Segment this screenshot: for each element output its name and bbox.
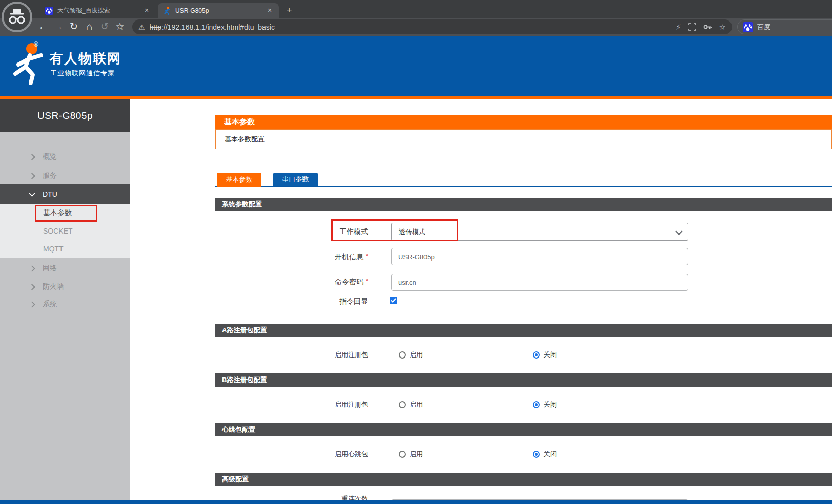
baidu-search-icon <box>743 22 753 32</box>
section-header-heartbeat: 心跳包配置 <box>215 423 832 436</box>
sidebar-item-socket[interactable]: SOCKET <box>0 222 130 240</box>
section-header-reg-a: A路注册包配置 <box>215 324 832 337</box>
reg-a-option-enable[interactable]: 启用 <box>399 350 423 360</box>
sidebar-item-mqtt[interactable]: MQTT <box>0 240 130 258</box>
chevron-right-icon <box>29 265 35 272</box>
chevron-down-icon <box>29 190 35 197</box>
address-bar[interactable]: ⚠ http://192.168.1.1/index.html#dtu_basi… <box>132 19 732 34</box>
required-asterisk: * <box>366 277 368 285</box>
chevron-right-icon <box>29 173 35 179</box>
frame-capture-icon[interactable] <box>688 23 696 31</box>
reg-b-enable-label: 启用注册包 <box>215 400 368 409</box>
sidebar-item-label: 防火墙 <box>43 282 64 291</box>
boot-info-input[interactable] <box>391 248 688 265</box>
radio-off-icon[interactable] <box>399 351 406 359</box>
cmd-password-label: 命令密码* <box>215 278 368 287</box>
sidebar-item-label: 网络 <box>43 264 57 273</box>
brand-name: 有人物联网 <box>50 50 121 68</box>
tab-underline <box>215 186 832 187</box>
tab-title: 天气预报_百度搜索 <box>57 6 143 15</box>
sidebar-item-service[interactable]: 服务 <box>0 169 130 183</box>
incognito-avatar-icon[interactable] <box>2 2 32 32</box>
sidebar-item-overview[interactable]: 概览 <box>0 150 130 164</box>
sidebar-item-dtu[interactable]: DTU <box>0 184 130 204</box>
forward-icon[interactable]: → <box>51 19 66 34</box>
annotation-box-sidebar-basic-params <box>35 205 97 222</box>
page-description: 基本参数配置 <box>215 129 832 149</box>
sidebar-item-label: SOCKET <box>43 227 73 235</box>
baidu-favicon-icon <box>45 7 53 15</box>
back-icon[interactable]: ← <box>36 19 50 34</box>
select-chevron-icon <box>675 227 682 235</box>
sidebar-item-label: MQTT <box>43 245 64 253</box>
section-header-reg-b: B路注册包配置 <box>215 373 832 387</box>
new-tab-button[interactable]: + <box>283 4 295 16</box>
reload-icon[interactable]: ↻ <box>67 19 81 34</box>
tab-close-icon[interactable]: × <box>143 7 151 15</box>
not-secure-warning-icon[interactable]: ⚠ <box>138 23 145 31</box>
key-icon[interactable] <box>703 23 712 31</box>
tab-serial-params[interactable]: 串口参数 <box>273 173 318 186</box>
tab-close-icon[interactable]: × <box>266 7 274 15</box>
usr-favicon-icon <box>163 7 171 15</box>
heartbeat-option-enable[interactable]: 启用 <box>399 450 423 459</box>
heartbeat-enable-label: 启用心跳包 <box>215 450 368 459</box>
usr-logo-icon <box>9 42 48 88</box>
boot-info-label: 开机信息* <box>215 253 368 262</box>
reg-b-option-disable[interactable]: 关闭 <box>533 400 557 409</box>
cmd-password-input[interactable] <box>391 274 688 291</box>
undo-icon[interactable]: ↺ <box>97 19 112 34</box>
heartbeat-option-disable[interactable]: 关闭 <box>533 450 557 459</box>
url-text: http://192.168.1.1/index.html#dtu_basic <box>150 23 669 31</box>
site-header <box>0 36 832 96</box>
reg-b-option-enable[interactable]: 启用 <box>399 400 423 409</box>
radio-on-icon[interactable] <box>533 401 540 408</box>
echo-checkbox[interactable] <box>390 297 397 304</box>
url-scheme: http <box>150 23 161 31</box>
radio-on-icon[interactable] <box>533 351 540 359</box>
required-asterisk: * <box>366 252 368 260</box>
side-search-box[interactable]: 百度 <box>737 19 832 34</box>
tab-basic-params[interactable]: 基本参数 <box>217 173 261 187</box>
section-header-advanced: 高级配置 <box>215 473 832 486</box>
sidebar-device-title: USR-G805p <box>0 99 130 132</box>
sidebar-item-label: DTU <box>43 190 57 198</box>
chevron-right-icon <box>29 284 35 290</box>
radio-off-icon[interactable] <box>399 451 406 458</box>
bottom-accent-bar <box>0 500 832 504</box>
annotation-box-work-mode <box>331 219 458 241</box>
registered-mark: ® <box>34 41 38 48</box>
browser-tab-usr-g805p[interactable]: USR-G805p × <box>158 3 279 18</box>
check-icon <box>391 298 396 303</box>
brand-tagline: 工业物联网通信专家 <box>50 69 115 78</box>
side-search-label: 百度 <box>757 23 770 32</box>
chevron-right-icon <box>29 301 35 308</box>
bookmark-star-icon[interactable]: ☆ <box>113 19 127 34</box>
radio-off-icon[interactable] <box>399 401 406 408</box>
lightning-icon[interactable]: ⚡ <box>676 23 681 32</box>
sidebar-item-firewall[interactable]: 防火墙 <box>0 280 130 294</box>
incognito-glyph <box>7 8 27 26</box>
section-header-system-params: 系统参数配置 <box>215 198 832 211</box>
sidebar-item-system[interactable]: 系统 <box>0 297 130 311</box>
echo-label: 指令回显 <box>215 297 368 306</box>
browser-tab-weather[interactable]: 天气预报_百度搜索 × <box>40 3 156 18</box>
sidebar-item-label: 服务 <box>43 171 57 180</box>
tab-title: USR-G805p <box>175 7 266 14</box>
sidebar-item-network[interactable]: 网络 <box>0 261 130 276</box>
star-icon[interactable]: ☆ <box>719 23 726 32</box>
reg-a-option-disable[interactable]: 关闭 <box>533 350 557 360</box>
reg-a-enable-label: 启用注册包 <box>215 350 368 360</box>
page-title-bar: 基本参数 <box>215 115 832 129</box>
url-rest: ://192.168.1.1/index.html#dtu_basic <box>161 23 275 31</box>
sidebar-item-label: 系统 <box>43 300 57 309</box>
home-icon[interactable]: ⌂ <box>82 19 96 34</box>
chevron-right-icon <box>29 154 35 160</box>
radio-on-icon[interactable] <box>533 451 540 458</box>
sidebar-item-label: 概览 <box>43 152 57 161</box>
address-bar-actions: ⚡ ☆ <box>676 23 726 32</box>
